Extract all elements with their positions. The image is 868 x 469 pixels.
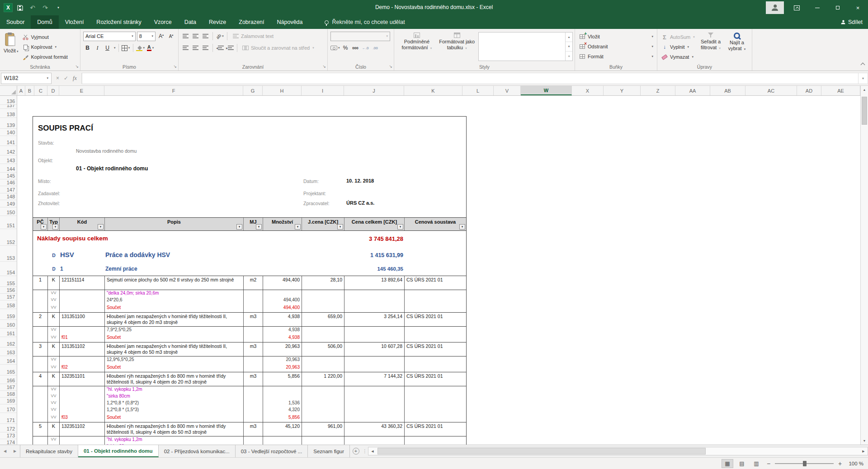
cell-styles-gallery[interactable]: ▴ ▾ ≡ bbox=[478, 32, 573, 61]
autosum-button[interactable]: Σ AutoSum▾ bbox=[659, 33, 697, 42]
sheet-tab[interactable]: 01 - Objekt rodinného domu bbox=[78, 445, 159, 457]
row-header-155[interactable]: 155 bbox=[0, 276, 17, 287]
user-avatar[interactable] bbox=[766, 1, 784, 14]
row-header-173[interactable]: 173 bbox=[0, 432, 17, 439]
row-header-152[interactable]: 152 bbox=[0, 229, 17, 246]
sheet-nav-left-icon[interactable]: ◀ bbox=[0, 445, 10, 457]
ribbon-tab-vložení[interactable]: Vložení bbox=[59, 15, 90, 29]
column-header-A[interactable]: A bbox=[17, 86, 25, 95]
column-header-Z[interactable]: Z bbox=[641, 86, 675, 95]
row-header-162[interactable]: 162 bbox=[0, 337, 17, 347]
sheet-tab[interactable]: Rekapitulace stavby bbox=[20, 445, 78, 457]
row-header-143[interactable]: 143 bbox=[0, 155, 17, 164]
fill-button[interactable]: ↓ Vyplnit▾ bbox=[659, 42, 697, 52]
row-header-165[interactable]: 165 bbox=[0, 365, 17, 375]
undo-button[interactable]: ↶ bbox=[27, 2, 38, 13]
ribbon-tab-revize[interactable]: Revize bbox=[203, 15, 232, 29]
italic-button[interactable]: I bbox=[93, 43, 102, 52]
ribbon-tab-soubor[interactable]: Soubor bbox=[0, 15, 31, 29]
vertical-scrollbar[interactable]: ▲ ▼ bbox=[860, 86, 868, 445]
zoom-out-button[interactable]: − bbox=[765, 460, 772, 467]
column-header-H[interactable]: H bbox=[263, 86, 302, 95]
soupis-row-sum[interactable]: VVf03Součet5,856 bbox=[33, 413, 466, 422]
zoom-slider[interactable] bbox=[775, 460, 834, 468]
row-header-142[interactable]: 142 bbox=[0, 146, 17, 155]
row-header-158[interactable]: 158 bbox=[0, 300, 17, 309]
row-header-170[interactable]: 170 bbox=[0, 404, 17, 413]
soupis-row-item[interactable]: 3K131351102Hloubení jam nezapažených v h… bbox=[33, 342, 466, 356]
row-header-159[interactable]: 159 bbox=[0, 309, 17, 320]
percent-style-button[interactable]: % bbox=[341, 43, 350, 52]
clear-button[interactable]: Vymazat▾ bbox=[659, 52, 697, 61]
sheet-canvas[interactable]: SOUPIS PRACÍ Stavba: Novostavba rodinnéh… bbox=[17, 96, 860, 445]
row-header-141[interactable]: 141 bbox=[0, 136, 17, 146]
sort-filter-button[interactable]: Seřadit a filtrovat ▾ bbox=[697, 30, 724, 63]
comma-style-button[interactable]: 000 bbox=[351, 43, 360, 52]
maximize-button[interactable] bbox=[827, 0, 848, 15]
soupis-row-item[interactable]: 4K132351101Hloubení rýh nezapažených š d… bbox=[33, 372, 466, 386]
ribbon-tab-zobrazení[interactable]: Zobrazení bbox=[232, 15, 270, 29]
column-header-I[interactable]: I bbox=[302, 86, 344, 95]
column-header-F[interactable]: F bbox=[104, 86, 243, 95]
scroll-left-icon[interactable]: ◀ bbox=[368, 447, 377, 455]
formula-input[interactable] bbox=[82, 73, 858, 84]
tell-me-search[interactable]: Řekněte mi, co chcete udělat bbox=[325, 15, 405, 29]
column-header-AE[interactable]: AE bbox=[821, 86, 860, 95]
ribbon-tab-nápověda[interactable]: Nápověda bbox=[271, 15, 309, 29]
filter-dropdown-icon[interactable]: ▾ bbox=[337, 224, 343, 230]
row-header-167[interactable]: 167 bbox=[0, 384, 17, 391]
column-header-K[interactable]: K bbox=[404, 86, 462, 95]
zoom-in-button[interactable]: + bbox=[836, 460, 844, 467]
borders-button[interactable]: ▾ bbox=[122, 43, 130, 52]
gallery-up-icon[interactable]: ▴ bbox=[566, 33, 572, 42]
row-header-149[interactable]: 149 bbox=[0, 200, 17, 207]
ribbon-tab-domů[interactable]: Domů bbox=[31, 15, 58, 29]
conditional-formatting-button[interactable]: Podmíněné formátování ▾ bbox=[396, 30, 438, 63]
filter-dropdown-icon[interactable]: ▾ bbox=[256, 224, 262, 230]
number-format-combo[interactable]: ▾ bbox=[330, 32, 390, 41]
sheet-nav-right-icon[interactable]: ▶ bbox=[10, 445, 20, 457]
delete-cells-button[interactable]: Odstranit▾ bbox=[577, 42, 655, 51]
column-header-L[interactable]: L bbox=[462, 86, 494, 95]
underline-button[interactable]: U bbox=[103, 43, 112, 52]
filter-dropdown-icon[interactable]: ▾ bbox=[52, 224, 58, 230]
save-button[interactable] bbox=[14, 2, 25, 13]
row-header-174[interactable]: 174 bbox=[0, 439, 17, 445]
ribbon-tab-vzorce[interactable]: Vzorce bbox=[148, 15, 178, 29]
filter-dropdown-icon[interactable]: ▾ bbox=[41, 224, 47, 230]
enter-formula-button[interactable]: ✓ bbox=[64, 75, 68, 81]
orientation-button[interactable]: ab▾ bbox=[216, 32, 224, 41]
wrap-text-button[interactable]: Zalamovat text bbox=[230, 32, 275, 41]
ribbon-display-options-button[interactable] bbox=[787, 0, 807, 15]
format-as-table-button[interactable]: Formátovat jako tabulku ▾ bbox=[438, 30, 476, 63]
dialog-launcher-icon[interactable]: ↘ bbox=[75, 64, 79, 69]
qat-customize-button[interactable]: ▾ bbox=[52, 2, 63, 13]
zoom-level[interactable]: 100 % bbox=[846, 461, 863, 466]
soupis-row-vv[interactable]: VV24*20,6494,400 bbox=[33, 297, 466, 304]
column-header-E[interactable]: E bbox=[59, 86, 104, 95]
column-header-AC[interactable]: AC bbox=[745, 86, 797, 95]
decrease-indent-button[interactable]: ◂ bbox=[216, 43, 224, 52]
soupis-row-sum[interactable]: VVf02Součet20,963 bbox=[33, 363, 466, 372]
fill-color-button[interactable]: ▾ bbox=[136, 43, 145, 52]
sheet-tab[interactable]: 03 - Vedlejší rozpočtové ... bbox=[236, 445, 308, 457]
soupis-row-total[interactable]: Náklady soupisu celkem3 745 841,28 bbox=[33, 231, 466, 247]
view-page-break-button[interactable]: ▥ bbox=[750, 459, 762, 468]
collapse-ribbon-button[interactable] bbox=[861, 61, 864, 68]
gallery-more-icon[interactable]: ≡ bbox=[566, 52, 572, 61]
increase-decimal-button[interactable]: ←.0 bbox=[361, 43, 370, 52]
dialog-launcher-icon[interactable]: ↘ bbox=[322, 64, 326, 69]
row-header-140[interactable]: 140 bbox=[0, 129, 17, 136]
row-header-163[interactable]: 163 bbox=[0, 347, 17, 356]
scroll-down-icon[interactable]: ▼ bbox=[861, 437, 868, 445]
soupis-row-note[interactable]: VV"hl. vykopku 1,2m bbox=[33, 436, 466, 443]
row-header-147[interactable]: 147 bbox=[0, 186, 17, 193]
row-header-172[interactable]: 172 bbox=[0, 424, 17, 432]
row-header-145[interactable]: 145 bbox=[0, 173, 17, 179]
worksheet-grid[interactable]: 1361371381391401411421431441451461471481… bbox=[0, 96, 860, 445]
column-header-B[interactable]: B bbox=[25, 86, 34, 95]
share-button[interactable]: Sdílet bbox=[841, 15, 863, 29]
soupis-row-vv[interactable]: VV1,2*0,8 * (1,5*3)4,320 bbox=[33, 407, 466, 413]
font-size-combo[interactable]: 8▾ bbox=[137, 32, 156, 41]
scroll-up-icon[interactable]: ▲ bbox=[861, 86, 868, 94]
